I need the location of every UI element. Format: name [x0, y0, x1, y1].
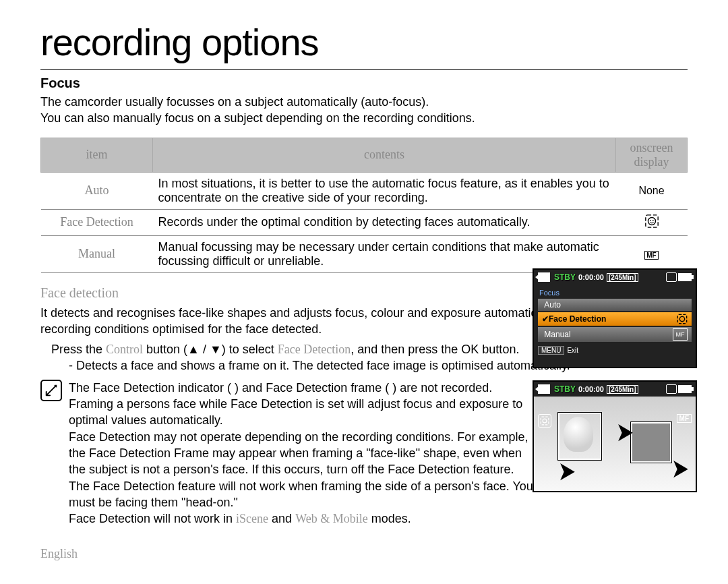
remaining-time: [245Min]: [607, 273, 638, 282]
lcd-screenshots: STBY 0:00:00 [245Min] Focus Auto ✔Face D…: [533, 268, 701, 504]
battery-icon: [678, 385, 692, 393]
svg-rect-6: [541, 417, 549, 425]
stby-label: STBY: [554, 272, 576, 282]
elapsed-time: 0:00:00: [578, 385, 604, 393]
face-frame: [631, 422, 671, 463]
battery-icon: [678, 273, 692, 281]
arrow-icon: ➤: [617, 418, 633, 446]
face-detect-icon: [644, 214, 659, 229]
camera-icon: [538, 272, 550, 282]
mf-corner-icon: MF: [677, 414, 692, 423]
camera-icon: [538, 384, 550, 394]
note-item: The Face Detection feature will not work…: [69, 478, 541, 511]
remaining-time: [245Min]: [607, 385, 638, 394]
row-manual-contents: Manual focussing may be necessary under …: [153, 235, 616, 272]
exit-label: Exit: [567, 347, 578, 354]
row-fd-contents: Records under the optimal condition by d…: [153, 209, 616, 235]
card-icon: [666, 384, 677, 394]
note-item: Face Detection will not work in iScene a…: [69, 510, 541, 527]
note-list: The Face Detection indicator ( ) and Fac…: [69, 380, 541, 527]
lcd-menu-screenshot: STBY 0:00:00 [245Min] Focus Auto ✔Face D…: [533, 268, 697, 368]
page-title: recording options: [40, 20, 688, 64]
note-item: Face Detection may not operate depending…: [69, 429, 541, 478]
focus-heading: Focus: [40, 76, 688, 91]
stby-label: STBY: [554, 384, 576, 394]
svg-rect-4: [677, 314, 686, 323]
title-rule: [40, 69, 688, 70]
menu-item-face-detection[interactable]: ✔Face Detection: [538, 312, 692, 326]
table-row: Manual Manual focussing may be necessary…: [41, 235, 688, 272]
svg-point-3: [652, 220, 653, 221]
menu-title: Focus: [539, 289, 692, 297]
svg-point-2: [650, 220, 651, 221]
menu-item-auto[interactable]: Auto: [538, 299, 692, 311]
manual-focus-icon: MF: [644, 251, 658, 260]
svg-point-7: [543, 419, 547, 423]
table-row: Auto In most situations, it is better to…: [41, 172, 688, 209]
row-manual-osd: MF: [616, 235, 688, 272]
row-auto-osd: None: [616, 172, 688, 209]
th-item: item: [41, 138, 153, 172]
th-contents: contents: [153, 138, 616, 172]
th-osd: onscreen display: [616, 138, 688, 172]
focus-intro-1: The camcorder usually focusses on a subj…: [40, 94, 688, 110]
note-item: The Face Detection indicator ( ) and Fac…: [69, 380, 541, 396]
face-detect-icon: [677, 314, 688, 324]
focus-options-table: item contents onscreen display Auto In m…: [40, 138, 688, 273]
card-icon: [666, 272, 677, 282]
elapsed-time: 0:00:00: [578, 273, 604, 281]
manual-focus-icon: MF: [673, 328, 688, 341]
svg-point-1: [648, 217, 655, 225]
row-auto-contents: In most situations, it is better to use …: [153, 172, 616, 209]
face-detect-indicator-icon: [538, 414, 551, 428]
row-auto-item: Auto: [41, 172, 153, 209]
menu-item-manual[interactable]: Manual MF: [538, 327, 692, 342]
row-manual-item: Manual: [41, 235, 153, 272]
focus-intro-2: You can also manually focus on a subject…: [40, 110, 688, 126]
arrow-icon: ➤: [559, 457, 575, 486]
arrow-icon: ➤: [672, 455, 688, 483]
check-icon: ✔: [542, 314, 549, 324]
face-frame: [558, 413, 601, 460]
footer-language: English: [40, 547, 688, 561]
menu-button[interactable]: MENU: [538, 346, 564, 355]
row-fd-item: Face Detection: [41, 209, 153, 235]
table-row: Face Detection Records under the optimal…: [41, 209, 688, 235]
lcd-preview-screenshot: STBY 0:00:00 [245Min] MF ➤ ➤ ➤: [533, 380, 697, 492]
note-icon: [40, 380, 62, 401]
svg-point-5: [679, 316, 684, 321]
row-fd-osd: [616, 209, 688, 235]
svg-rect-0: [645, 214, 657, 227]
note-item: Framing a persons face while Face Detect…: [69, 396, 541, 429]
